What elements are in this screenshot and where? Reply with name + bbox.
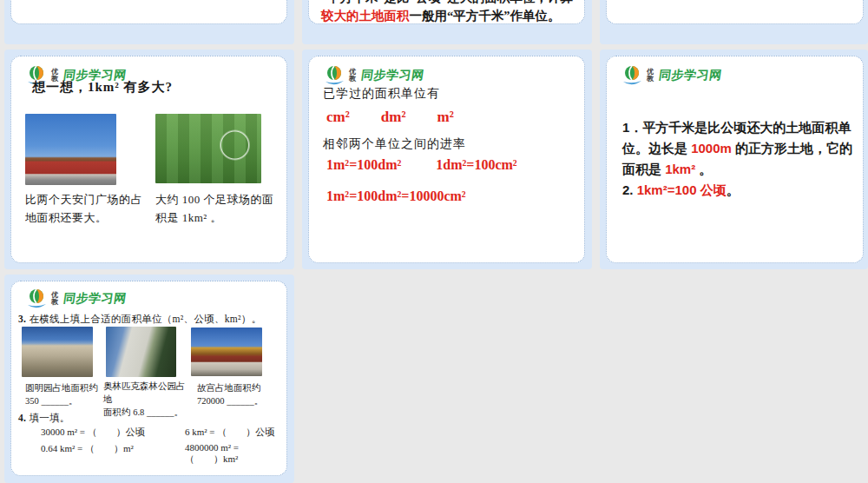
definition-seg1: “平方千米”是比“公顷”还大的面积单位，计算	[321, 0, 573, 4]
caption-line: 720000 ______。	[197, 396, 263, 406]
brand-small-label: 优教	[349, 69, 358, 83]
grid-cell-r1c1	[4, 0, 294, 44]
summary-p2-seg1: 2.	[622, 182, 637, 197]
football-field-photo	[155, 114, 261, 183]
football-caption: 大约 100 个足球场的面积是 1km² 。	[155, 190, 277, 227]
caption-line: 奥林匹克森林公园占地	[103, 381, 186, 404]
formula-m2-dm2: 1m²=100dm²	[326, 157, 401, 173]
tiananmen-caption: 比两个天安门广场的占地面积还要大。	[25, 190, 152, 227]
question-4-number: 4.	[18, 413, 26, 423]
slide-card-blank-left[interactable]	[10, 0, 287, 24]
brand-main-label: 同步学习网	[62, 291, 128, 307]
summary-point-2: 2. 1km²=100 公顷。	[622, 180, 858, 201]
definition-seg2: 一般用“平方千米”作单位。	[410, 9, 561, 23]
grid-cell-r3c1: 优教 同步学习网 3. 在横线上填上合适的面积单位（m²、公顷、km²）。 圆明…	[4, 275, 294, 483]
brand-logo: 优教 同步学习网	[621, 63, 722, 88]
summary-p1-seg3: 。	[695, 162, 712, 176]
rate-label: 相邻两个单位之间的进率	[323, 136, 466, 152]
forbidden-city-caption: 故宫占地面积约 720000 ______。	[197, 381, 279, 407]
fill-item-4800000m2: 4800000 m² = （ ）km²	[185, 442, 277, 466]
caption-line: 圆明园占地面积约	[25, 383, 98, 393]
brand-logo: 优教 同步学习网	[25, 287, 127, 311]
units-intro-text: 已学过的面积单位有	[323, 86, 440, 102]
question-3-text: 在横线上填上合适的面积单位（m²、公顷、km²）。	[26, 314, 261, 324]
summary-p1-red-1km2: 1km²	[665, 162, 695, 176]
definition-red-seg: 较大的土地面积	[321, 9, 410, 23]
unit-cm2: cm²	[326, 109, 350, 126]
fill-item-6km2: 6 km² = （ ）公顷	[185, 426, 277, 439]
slide-title: 想一想，1km² 有多大?	[32, 79, 173, 96]
brand-logo-icon	[621, 64, 643, 87]
definition-text: “平方千米”是比“公顷”还大的面积单位，计算较大的土地面积一般用“平方千米”作单…	[321, 0, 575, 25]
grid-cell-r2c1: 优教 同步学习网 想一想，1km² 有多大? 比两个天安门广场的占地面积还要大。…	[4, 50, 294, 269]
summary-point-1: 1．平方千米是比公顷还大的土地面积单位。边长是 1000m 的正方形土地，它的面…	[622, 117, 858, 180]
brand-main-label: 同步学习网	[658, 68, 723, 83]
summary-p1-red-1000m: 1000m	[691, 141, 732, 155]
question-3: 3. 在横线上填上合适的面积单位（m²、公顷、km²）。	[18, 313, 261, 326]
grid-cell-r2c2: 优教 同步学习网 已学过的面积单位有 cm² dm² m² 相邻两个单位之间的进…	[302, 50, 592, 269]
slide-card-summary[interactable]: 优教 同步学习网 1．平方千米是比公顷还大的土地面积单位。边长是 1000m 的…	[606, 56, 864, 263]
units-list: cm² dm² m²	[326, 109, 454, 126]
caption-line: 故宫占地面积约	[197, 383, 261, 393]
slide-card-practice[interactable]: 优教 同步学习网 3. 在横线上填上合适的面积单位（m²、公顷、km²）。 圆明…	[10, 281, 287, 476]
caption-line: 350 ______。	[25, 396, 77, 406]
forbidden-city-photo	[191, 328, 262, 376]
grid-cell-r2c3: 优教 同步学习网 1．平方千米是比公顷还大的土地面积单位。边长是 1000m 的…	[600, 50, 868, 269]
olympic-park-caption: 奥林匹克森林公园占地 面积约 6.8 ______。	[103, 380, 194, 419]
brand-logo: 优教 同步学习网	[323, 63, 424, 88]
formula-m2-cm2: 1m²=100dm²=10000cm²	[326, 189, 466, 204]
olympic-forest-park-photo	[106, 327, 176, 377]
formula-dm2-cm2: 1dm²=100cm²	[436, 157, 516, 173]
summary-p2-seg2: 。	[727, 182, 740, 197]
brand-logo-icon	[25, 288, 48, 310]
question-4-text: 填一填。	[26, 413, 69, 423]
yuanmingyuan-photo	[22, 327, 93, 377]
brand-logo-icon	[323, 64, 345, 87]
slide-card-blank-right[interactable]	[606, 0, 864, 24]
unit-m2: m²	[437, 109, 454, 126]
unit-dm2: dm²	[381, 109, 406, 126]
summary-p2-red-formula: 1km²=100 公顷	[637, 182, 727, 197]
tiananmen-photo	[25, 114, 116, 185]
fill-in-grid: 30000 m² = （ ）公顷 6 km² = （ ）公顷 0.64 km² …	[41, 426, 277, 466]
question-3-number: 3.	[18, 314, 26, 324]
brand-small-label: 优教	[647, 69, 655, 83]
slide-card-learned-units[interactable]: 优教 同步学习网 已学过的面积单位有 cm² dm² m² 相邻两个单位之间的进…	[308, 56, 585, 263]
brand-main-label: 同步学习网	[360, 68, 425, 83]
fill-item-064km2: 0.64 km² = （ ）m²	[41, 442, 185, 466]
slide-card-km2-definition[interactable]: “平方千米”是比“公顷”还大的面积单位，计算较大的土地面积一般用“平方千米”作单…	[308, 0, 585, 24]
fill-item-30000m2: 30000 m² = （ ）公顷	[41, 426, 185, 439]
yuanmingyuan-caption: 圆明园占地面积约 350 ______。	[25, 381, 107, 407]
question-4: 4. 填一填。	[18, 412, 70, 425]
grid-cell-r1c3	[600, 0, 868, 44]
conversion-formulas-row: 1m²=100dm² 1dm²=100cm²	[326, 157, 517, 173]
slide-card-think-1km2[interactable]: 优教 同步学习网 想一想，1km² 有多大? 比两个天安门广场的占地面积还要大。…	[10, 56, 287, 263]
brand-small-label: 优教	[51, 292, 60, 306]
grid-cell-r1c2: “平方千米”是比“公顷”还大的面积单位，计算较大的土地面积一般用“平方千米”作单…	[302, 0, 592, 44]
caption-line: 面积约 6.8 ______。	[103, 407, 183, 417]
